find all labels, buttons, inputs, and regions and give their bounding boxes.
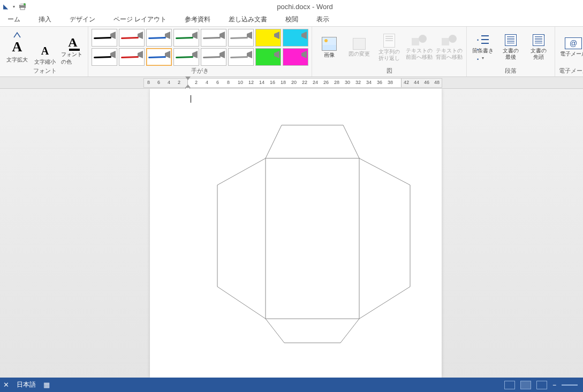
bullets-button[interactable]: 箇条書き ▾	[470, 34, 496, 60]
change-picture-button: 図の変更	[345, 38, 373, 57]
picture-group-label: 図	[315, 66, 463, 76]
ruler-tick: 34	[366, 80, 372, 85]
ink-swatch[interactable]	[146, 29, 172, 47]
ink-swatch[interactable]	[228, 48, 254, 66]
ruler-tick: 8	[227, 80, 230, 85]
ruler-tick: 6	[157, 80, 160, 85]
zoom-out-button[interactable]: −	[552, 381, 556, 389]
view-controls: −	[504, 381, 583, 389]
ink-swatch[interactable]	[283, 48, 308, 66]
ruler-tick: 42	[404, 80, 409, 85]
ruler-tick: 4	[168, 80, 170, 85]
wrap-text-icon	[383, 34, 395, 48]
ruler-tick: 22	[302, 80, 307, 85]
ruler-tick: 30	[345, 80, 350, 85]
tab-design[interactable]: デザイン	[65, 13, 100, 26]
wrap-text-button: 文字列の 折り返し	[375, 34, 403, 62]
print-layout-button[interactable]	[520, 381, 531, 389]
qat-dropdown-icon[interactable]: ◣	[1, 2, 10, 11]
ink-group-label: 手がき	[92, 66, 308, 76]
ruler-tick: 6	[216, 80, 219, 85]
svg-rect-2	[20, 7, 25, 10]
send-backward-icon	[442, 35, 457, 47]
language-indicator[interactable]: 日本語	[17, 380, 36, 389]
first-line-indent-marker[interactable]	[185, 76, 191, 82]
ruler-tick: 18	[281, 80, 286, 85]
ribbon-group-ink: 手がき	[88, 27, 312, 76]
shrink-font-button[interactable]: A 文字縮小	[33, 45, 57, 66]
document-area	[0, 89, 583, 378]
ink-swatch[interactable]	[201, 29, 226, 47]
horizontal-ruler[interactable]: 8642246810121416182022242628303234363842…	[143, 78, 442, 88]
paragraph-group-label: 段落	[470, 66, 551, 76]
quick-access-toolbar: ◣ ▾	[0, 2, 27, 11]
tab-mailmerge[interactable]: 差し込み文書	[224, 13, 271, 26]
title-bar: ◣ ▾ pochi.docx - Word	[0, 0, 583, 13]
ink-swatch[interactable]	[92, 48, 117, 66]
grow-arrow-icon	[13, 32, 21, 38]
picture-button[interactable]: 画像	[315, 37, 343, 58]
status-bar: ✕ 日本語 ▦ −	[0, 378, 583, 392]
email-icon: @	[565, 37, 582, 49]
ribbon-group-paragraph: 箇条書き ▾ ↓ 文書の 最後 ↑ 文書の 先頭 段落	[467, 27, 555, 76]
ruler-tick: 10	[238, 80, 243, 85]
ink-swatch[interactable]	[201, 48, 226, 66]
ruler-margin-left	[144, 79, 188, 87]
font-color-button[interactable]: A フォントの色	[61, 35, 85, 66]
zoom-slider[interactable]	[562, 385, 578, 386]
web-layout-button[interactable]	[536, 381, 547, 389]
doc-start-button[interactable]: ↑ 文書の 先頭	[526, 34, 551, 60]
ribbon-group-picture: 画像 図の変更 文字列の 折り返し テキストの 前面へ移動 テキストの 背面へ移…	[312, 27, 467, 76]
ruler-tick: 8	[147, 80, 150, 85]
ink-swatch[interactable]	[92, 29, 117, 47]
macro-icon[interactable]: ▦	[43, 381, 50, 389]
ink-swatch[interactable]	[119, 48, 145, 66]
tab-insert[interactable]: 挿入	[34, 13, 56, 26]
bullets-icon	[477, 34, 489, 46]
ribbon: A 文字拡大 A 文字縮小 A フォントの色 フォント 手がき 画像	[0, 27, 583, 77]
qat-caret-icon[interactable]: ▾	[13, 4, 15, 9]
ruler-area: 8642246810121416182022242628303234363842…	[0, 77, 583, 89]
text-cursor	[191, 95, 191, 103]
ruler-tick: 12	[248, 80, 254, 85]
document-page[interactable]	[150, 89, 442, 378]
tab-layout[interactable]: ページ レイアウト	[109, 13, 171, 26]
ink-swatch[interactable]	[173, 48, 199, 66]
email-button[interactable]: @ 電子メール	[558, 37, 583, 57]
ruler-tick: 16	[270, 80, 275, 85]
ribbon-group-email: @ 電子メール 電子メール	[555, 27, 583, 76]
doc-start-icon: ↑	[533, 34, 544, 46]
quick-print-icon[interactable]	[18, 2, 27, 11]
ink-swatch[interactable]	[146, 48, 172, 66]
font-group-label: フォント	[5, 66, 85, 76]
doc-end-icon: ↓	[505, 34, 517, 46]
ruler-tick: 2	[178, 80, 180, 85]
ruler-tick: 46	[424, 80, 429, 85]
ink-swatch[interactable]	[228, 29, 254, 47]
ruler-tick: 14	[259, 80, 264, 85]
ruler-tick: 44	[414, 80, 419, 85]
ink-swatch[interactable]	[255, 29, 281, 47]
read-mode-button[interactable]	[504, 381, 515, 389]
ruler-tick: 32	[355, 80, 361, 85]
ruler-tick: 20	[291, 80, 297, 85]
tab-references[interactable]: 参考資料	[180, 13, 215, 26]
grow-font-button[interactable]: A 文字拡大	[5, 39, 29, 64]
ruler-tick: 2	[195, 80, 198, 85]
window-title: pochi.docx - Word	[27, 3, 583, 11]
ruler-tick: 36	[377, 80, 382, 85]
ink-swatch[interactable]	[173, 29, 199, 47]
tab-view[interactable]: 表示	[312, 13, 334, 26]
ink-swatch[interactable]	[255, 48, 281, 66]
tab-home[interactable]: ーム	[3, 13, 25, 26]
doc-end-button[interactable]: ↓ 文書の 最後	[498, 34, 524, 60]
email-group-label: 電子メール	[558, 66, 583, 76]
ink-swatch[interactable]	[283, 29, 308, 47]
ruler-tick: 4	[206, 80, 208, 85]
tab-review[interactable]: 校閲	[281, 13, 302, 26]
ribbon-group-font: A 文字拡大 A 文字縮小 A フォントの色 フォント	[0, 27, 88, 76]
spellcheck-icon[interactable]: ✕	[3, 381, 9, 389]
envelope-shape[interactable]	[207, 121, 421, 345]
ink-swatch[interactable]	[119, 29, 145, 47]
ribbon-tabs: ーム 挿入 デザイン ページ レイアウト 参考資料 差し込み文書 校閲 表示	[0, 13, 583, 27]
